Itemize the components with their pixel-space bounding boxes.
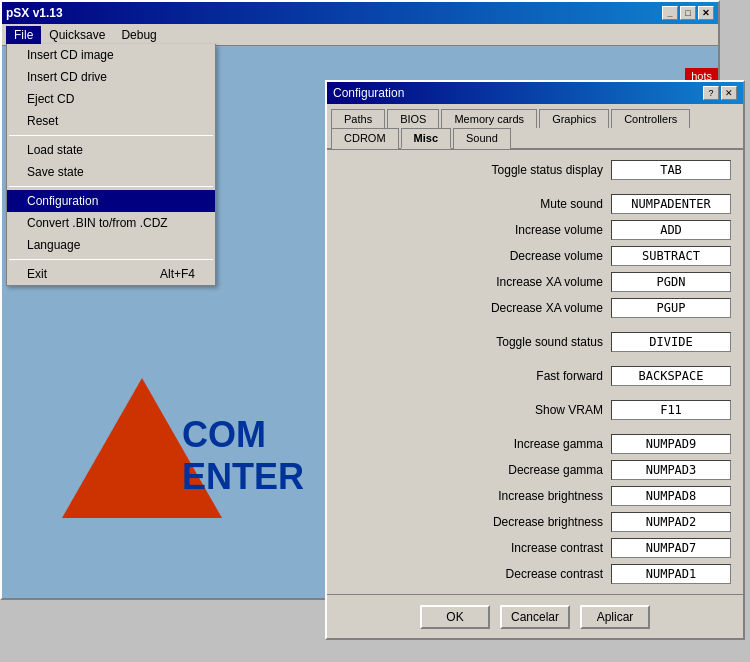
sep-c [339,358,731,366]
decrease-contrast-row: Decrease contrast NUMPAD1 [339,564,731,584]
decrease-gamma-key[interactable]: NUMPAD3 [611,460,731,480]
toggle-sound-status-label: Toggle sound status [339,335,603,349]
menu-bar: File Quicksave Debug [2,24,718,46]
decrease-contrast-label: Decrease contrast [339,567,603,581]
menu-exit-label: Exit [27,267,47,281]
increase-xa-volume-label: Increase XA volume [339,275,603,289]
increase-gamma-key[interactable]: NUMPAD9 [611,434,731,454]
toggle-status-key[interactable]: TAB [611,160,731,180]
decrease-gamma-label: Decrease gamma [339,463,603,477]
sep-b [339,324,731,332]
toggle-status-row: Toggle status display TAB [339,160,731,180]
window-title: pSX v1.13 [6,6,63,20]
config-close-button[interactable]: ✕ [721,86,737,100]
separator-2 [9,186,213,187]
mute-sound-label: Mute sound [339,197,603,211]
close-button[interactable]: ✕ [698,6,714,20]
show-vram-label: Show VRAM [339,403,603,417]
decrease-brightness-row: Decrease brightness NUMPAD2 [339,512,731,532]
decrease-brightness-label: Decrease brightness [339,515,603,529]
menu-file[interactable]: File [6,26,41,44]
menu-eject-cd[interactable]: Eject CD [7,88,215,110]
sep-d [339,392,731,400]
menu-debug[interactable]: Debug [113,26,164,44]
menu-insert-cd-image[interactable]: Insert CD image [7,44,215,66]
cancelar-button[interactable]: Cancelar [500,605,570,629]
menu-load-state[interactable]: Load state [7,139,215,161]
increase-contrast-key[interactable]: NUMPAD7 [611,538,731,558]
decrease-xa-volume-row: Decrease XA volume PGUP [339,298,731,318]
menu-insert-cd-drive[interactable]: Insert CD drive [7,66,215,88]
menu-exit[interactable]: Exit Alt+F4 [7,263,215,285]
aplicar-button[interactable]: Aplicar [580,605,650,629]
decrease-contrast-key[interactable]: NUMPAD1 [611,564,731,584]
increase-volume-key[interactable]: ADD [611,220,731,240]
mute-sound-key[interactable]: NUMPADENTER [611,194,731,214]
increase-volume-row: Increase volume ADD [339,220,731,240]
show-vram-row: Show VRAM F11 [339,400,731,420]
increase-brightness-row: Increase brightness NUMPAD8 [339,486,731,506]
tab-cdrom[interactable]: CDROM [331,128,399,149]
menu-quicksave[interactable]: Quicksave [41,26,113,44]
decrease-volume-label: Decrease volume [339,249,603,263]
maximize-button[interactable]: □ [680,6,696,20]
sep-e [339,426,731,434]
title-bar-buttons: _ □ ✕ [662,6,714,20]
decrease-xa-volume-label: Decrease XA volume [339,301,603,315]
menu-convert-bin[interactable]: Convert .BIN to/from .CDZ [7,212,215,234]
toggle-sound-status-key[interactable]: DIVIDE [611,332,731,352]
config-help-button[interactable]: ? [703,86,719,100]
decrease-gamma-row: Decrease gamma NUMPAD3 [339,460,731,480]
minimize-button[interactable]: _ [662,6,678,20]
config-title-bar: Configuration ? ✕ [327,82,743,104]
decrease-volume-key[interactable]: SUBTRACT [611,246,731,266]
config-tabs: Paths BIOS Memory cards Graphics Control… [327,104,743,150]
tab-misc[interactable]: Misc [401,128,451,149]
decrease-brightness-key[interactable]: NUMPAD2 [611,512,731,532]
show-vram-key[interactable]: F11 [611,400,731,420]
separator-1 [9,135,213,136]
toggle-status-label: Toggle status display [339,163,603,177]
config-dialog: Configuration ? ✕ Paths BIOS Memory card… [325,80,745,640]
ok-button[interactable]: OK [420,605,490,629]
increase-xa-volume-row: Increase XA volume PGDN [339,272,731,292]
fast-forward-key[interactable]: BACKSPACE [611,366,731,386]
file-dropdown-menu: Insert CD image Insert CD drive Eject CD… [6,44,216,286]
menu-save-state[interactable]: Save state [7,161,215,183]
decrease-xa-volume-key[interactable]: PGUP [611,298,731,318]
fast-forward-row: Fast forward BACKSPACE [339,366,731,386]
decrease-volume-row: Decrease volume SUBTRACT [339,246,731,266]
increase-xa-volume-key[interactable]: PGDN [611,272,731,292]
toggle-sound-status-row: Toggle sound status DIVIDE [339,332,731,352]
increase-volume-label: Increase volume [339,223,603,237]
increase-brightness-key[interactable]: NUMPAD8 [611,486,731,506]
fast-forward-label: Fast forward [339,369,603,383]
tab-graphics[interactable]: Graphics [539,109,609,128]
config-title: Configuration [333,86,404,100]
sep-a [339,186,731,194]
mute-sound-row: Mute sound NUMPADENTER [339,194,731,214]
config-body: Toggle status display TAB Mute sound NUM… [327,150,743,616]
increase-gamma-row: Increase gamma NUMPAD9 [339,434,731,454]
tab-sound[interactable]: Sound [453,128,511,149]
tab-bios[interactable]: BIOS [387,109,439,128]
menu-exit-shortcut: Alt+F4 [160,267,195,281]
increase-gamma-label: Increase gamma [339,437,603,451]
tab-paths[interactable]: Paths [331,109,385,128]
increase-contrast-label: Increase contrast [339,541,603,555]
increase-contrast-row: Increase contrast NUMPAD7 [339,538,731,558]
config-footer: OK Cancelar Aplicar [327,594,743,638]
increase-brightness-label: Increase brightness [339,489,603,503]
tab-memory-cards[interactable]: Memory cards [441,109,537,128]
title-bar: pSX v1.13 _ □ ✕ [2,2,718,24]
menu-reset[interactable]: Reset [7,110,215,132]
menu-language[interactable]: Language [7,234,215,256]
menu-configuration[interactable]: Configuration [7,190,215,212]
com-text: COMENTER [182,414,304,498]
tab-controllers[interactable]: Controllers [611,109,690,128]
separator-3 [9,259,213,260]
config-title-btns: ? ✕ [703,86,737,100]
